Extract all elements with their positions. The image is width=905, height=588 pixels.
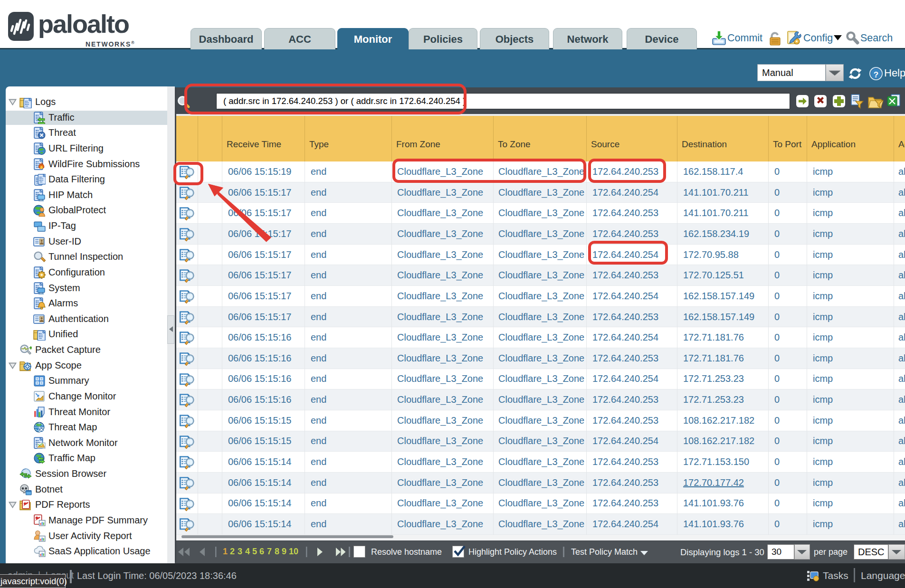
svg-text:paloalto: paloalto bbox=[38, 12, 129, 38]
svg-text:NETWORKS®: NETWORKS® bbox=[86, 40, 135, 47]
svg-text:Commit: Commit bbox=[727, 32, 762, 44]
svg-text:?: ? bbox=[874, 70, 878, 79]
svg-text:Config: Config bbox=[803, 32, 833, 44]
svg-text:Search: Search bbox=[860, 32, 893, 44]
